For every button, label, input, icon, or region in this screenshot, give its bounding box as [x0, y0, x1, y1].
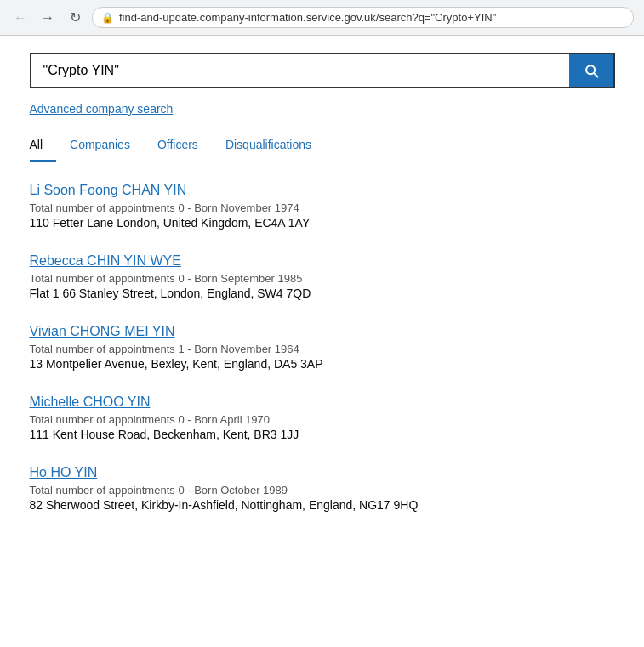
- result-meta-1: Total number of appointments 0 - Born Se…: [30, 272, 615, 285]
- result-name-0[interactable]: Li Soon Foong CHAN YIN: [30, 183, 187, 198]
- tab-officers[interactable]: Officers: [144, 129, 212, 162]
- result-address-4: 82 Sherwood Street, Kirkby-In-Ashfield, …: [30, 498, 615, 512]
- result-address-3: 111 Kent House Road, Beckenham, Kent, BR…: [30, 428, 615, 441]
- result-meta-2: Total number of appointments 1 - Born No…: [30, 343, 615, 355]
- advanced-company-search-link[interactable]: Advanced company search: [30, 102, 174, 116]
- results-list: Li Soon Foong CHAN YIN Total number of a…: [30, 183, 615, 512]
- search-icon: [583, 62, 600, 79]
- result-meta-3: Total number of appointments 0 - Born Ap…: [30, 413, 615, 426]
- result-name-2[interactable]: Vivian CHONG MEI YIN: [30, 324, 175, 339]
- tab-companies[interactable]: Companies: [56, 129, 144, 162]
- result-name-3[interactable]: Michelle CHOO YIN: [30, 394, 151, 410]
- result-item: Rebecca CHIN YIN WYE Total number of app…: [30, 253, 615, 300]
- tabs-container: All Companies Officers Disqualifications: [30, 129, 615, 162]
- result-item: Vivian CHONG MEI YIN Total number of app…: [30, 324, 615, 371]
- address-bar[interactable]: [119, 11, 624, 24]
- forward-button[interactable]: →: [37, 8, 58, 28]
- lock-icon: 🔒: [101, 12, 114, 24]
- result-item: Michelle CHOO YIN Total number of appoin…: [30, 394, 615, 441]
- result-item: Ho HO YIN Total number of appointments 0…: [30, 465, 615, 512]
- result-address-2: 13 Montpelier Avenue, Bexley, Kent, Engl…: [30, 357, 615, 371]
- page-content: Advanced company search All Companies Of…: [16, 36, 629, 553]
- back-button[interactable]: ←: [10, 8, 31, 28]
- result-address-1: Flat 1 66 Stanley Street, London, Englan…: [30, 287, 615, 300]
- reload-button[interactable]: ↻: [65, 8, 85, 28]
- result-item: Li Soon Foong CHAN YIN Total number of a…: [30, 183, 615, 230]
- search-bar: [30, 53, 615, 88]
- address-bar-container: 🔒: [92, 7, 634, 28]
- search-input[interactable]: [31, 54, 569, 87]
- browser-chrome: ← → ↻ 🔒: [0, 0, 644, 36]
- result-address-0: 110 Fetter Lane London, United Kingdom, …: [30, 216, 615, 230]
- result-name-4[interactable]: Ho HO YIN: [30, 465, 98, 480]
- tab-all[interactable]: All: [30, 129, 57, 162]
- search-button[interactable]: [569, 54, 613, 87]
- result-meta-4: Total number of appointments 0 - Born Oc…: [30, 484, 615, 497]
- result-meta-0: Total number of appointments 0 - Born No…: [30, 201, 615, 214]
- result-name-1[interactable]: Rebecca CHIN YIN WYE: [30, 253, 181, 269]
- tab-disqualifications[interactable]: Disqualifications: [212, 129, 325, 162]
